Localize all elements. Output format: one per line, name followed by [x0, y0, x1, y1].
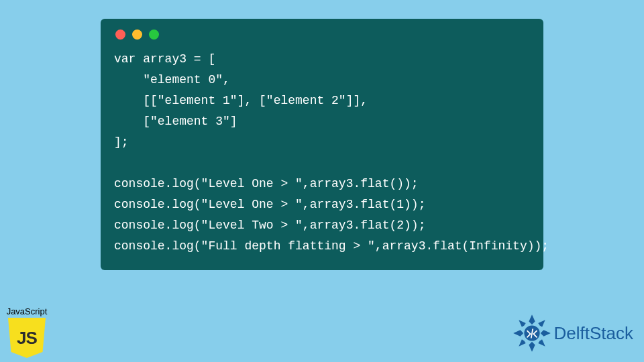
svg-marker-3: [540, 330, 550, 336]
svg-marker-7: [538, 339, 545, 346]
delftstack-brand-text: DelftStack: [554, 323, 634, 344]
svg-marker-4: [519, 320, 525, 326]
svg-marker-2: [513, 330, 523, 336]
javascript-shield-icon: JS: [8, 318, 46, 358]
svg-marker-5: [538, 320, 545, 326]
code-window: var array3 = [ "element 0", [["element 1…: [101, 19, 543, 270]
svg-marker-0: [529, 314, 535, 324]
javascript-shield-text: JS: [17, 328, 37, 349]
window-traffic-lights: [115, 29, 530, 40]
svg-marker-6: [519, 339, 525, 346]
svg-marker-1: [529, 342, 535, 352]
delftstack-logo: DelftStack: [513, 314, 634, 353]
code-block: var array3 = [ "element 0", [["element 1…: [114, 49, 530, 257]
delftstack-mandala-icon: [513, 314, 551, 353]
close-icon: [115, 29, 125, 40]
minimize-icon: [132, 29, 142, 40]
maximize-icon: [149, 29, 159, 40]
javascript-label: JavaScript: [4, 306, 50, 316]
javascript-badge: JavaScript JS: [4, 306, 50, 358]
